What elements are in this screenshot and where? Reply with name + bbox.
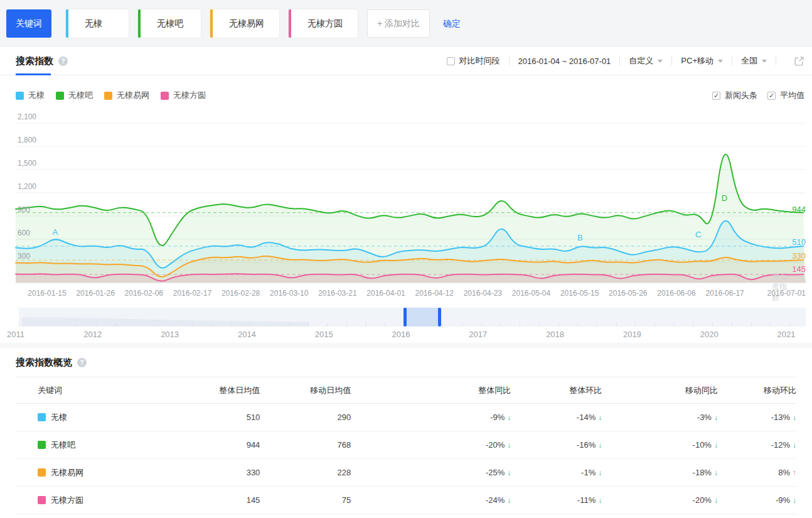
legend-item[interactable]: 无棣易网 xyxy=(104,90,149,101)
overall-avg-cell: 944 xyxy=(204,431,260,459)
legend-swatch xyxy=(16,92,24,100)
device-dropdown[interactable]: PC+移动 xyxy=(681,55,723,67)
keyword-color-bar xyxy=(289,9,291,38)
table-row[interactable]: 无棣510290-9%↓-14%↓-3%↓-13%↓ xyxy=(16,404,796,431)
table-row[interactable]: 无棣方圆14575-24%↓-11%↓-20%↓-9%↓ xyxy=(16,487,796,514)
timeline-year-label: 2016 xyxy=(392,326,410,343)
chevron-down-icon xyxy=(718,60,723,63)
x-axis-label: 2016-03-21 xyxy=(318,286,356,301)
delta-value: -18% xyxy=(693,468,712,477)
compare-period-toggle[interactable]: 对比时间段 xyxy=(447,55,500,67)
x-axis-label: 2016-04-23 xyxy=(464,286,502,301)
divider xyxy=(509,57,510,65)
help-icon[interactable] xyxy=(58,57,68,66)
table-header-row: 关键词整体日均值移动日均值整体同比整体环比移动同比移动环比 xyxy=(16,377,796,404)
mobile-avg-cell: 768 xyxy=(260,431,351,459)
arrow-down-icon: ↓ xyxy=(714,413,718,422)
keyword-name: 无棣方圆 xyxy=(51,495,83,506)
help-icon[interactable] xyxy=(77,358,87,367)
divider xyxy=(776,57,776,65)
keyword-swatch xyxy=(38,441,46,449)
tab-search-index[interactable]: 搜索指数 xyxy=(16,55,68,67)
date-range-picker[interactable]: 2016-01-04 ~ 2016-07-01 xyxy=(518,57,611,66)
keyword-card-label: 无棣易网 xyxy=(229,18,264,30)
delta-value: -20% xyxy=(486,440,505,450)
table-row[interactable]: 无棣易网330228-25%↓-1%↓-18%↓8%↑ xyxy=(16,459,796,487)
toggle-label: 新闻头条 xyxy=(725,90,757,101)
x-axis-label: 2016-05-26 xyxy=(609,286,647,301)
keyword-card[interactable]: 无棣 xyxy=(66,9,129,38)
timeline-slider[interactable] xyxy=(19,308,806,326)
overlay-toggle[interactable]: 平均值 xyxy=(767,90,804,101)
news-marker-A[interactable]: A xyxy=(52,227,58,236)
legend-swatch xyxy=(56,92,64,100)
arrow-down-icon: ↓ xyxy=(598,441,602,450)
y-axis-label: 600 xyxy=(18,229,30,237)
add-compare-button[interactable]: + 添加对比 xyxy=(367,9,430,38)
timeline-end-handle[interactable] xyxy=(438,308,441,326)
arrow-down-icon: ↓ xyxy=(714,496,718,505)
news-marker-D[interactable]: D xyxy=(722,193,727,203)
toggle-checkbox[interactable] xyxy=(712,92,720,100)
date-range-value: 2016-01-04 ~ 2016-07-01 xyxy=(518,57,611,66)
active-tab-indicator xyxy=(16,73,51,75)
delta-value: -20% xyxy=(693,495,712,505)
timeline-year-label: 2017 xyxy=(469,326,487,343)
timeline-year-label: 2021 xyxy=(777,326,796,343)
mobile-mom-cell: -13%↓ xyxy=(718,404,796,431)
keyword-swatch xyxy=(38,496,46,504)
x-axis-label: 2016-04-12 xyxy=(415,286,453,301)
chevron-down-icon xyxy=(762,60,767,63)
timeline-year-label: 2019 xyxy=(623,326,641,343)
legend-swatch xyxy=(161,92,169,100)
keyword: 无棣方圆 xyxy=(38,495,204,506)
overlay-toggle[interactable]: 新闻头条 xyxy=(712,90,757,101)
keyword-color-bar xyxy=(66,9,68,38)
news-marker-B[interactable]: B xyxy=(577,232,583,242)
legend-item[interactable]: 无棣方圆 xyxy=(161,90,206,101)
legend-item[interactable]: 无棣 xyxy=(16,90,45,101)
delta-value: -10% xyxy=(693,440,712,450)
column-header: 移动同比 xyxy=(602,377,718,404)
legend-row: 无棣无棣吧无棣易网无棣方圆 新闻头条平均值 xyxy=(0,90,812,100)
x-axis-label: 2016-01-26 xyxy=(76,286,114,301)
timeline-start-handle[interactable] xyxy=(403,308,407,326)
timeline-selected-range[interactable] xyxy=(405,308,439,326)
mobile-yoy-cell: -20%↓ xyxy=(602,487,718,514)
overall-yoy-cell: -25%↓ xyxy=(351,459,511,487)
keyword-card[interactable]: 无棣方圆 xyxy=(289,9,358,38)
x-axis-label: 2016-05-04 xyxy=(512,286,550,301)
arrow-down-icon: ↓ xyxy=(793,413,796,422)
keyword-toolbar: 关键词 无棣无棣吧无棣易网无棣方圆 + 添加对比 确定 xyxy=(0,0,812,47)
overall-avg-cell: 330 xyxy=(204,459,260,487)
toggle-checkbox[interactable] xyxy=(767,92,776,100)
x-axis-label: 2016-04-01 xyxy=(366,286,405,301)
table-row[interactable]: 无棣吧944768-20%↓-16%↓-10%↓-12%↓ xyxy=(16,431,796,459)
column-header: 整体同比 xyxy=(351,377,511,404)
mobile-mom-cell: 8%↑ xyxy=(718,459,796,487)
search-index-chart[interactable]: 3006009001,2001,5001,8002,10051094433014… xyxy=(0,113,812,286)
legend-item[interactable]: 无棣吧 xyxy=(56,90,93,101)
device-label: PC+移动 xyxy=(681,55,713,67)
keyword-color-bar xyxy=(138,9,141,38)
news-marker-C[interactable]: C xyxy=(695,230,701,239)
timeline-years: 2011201220132014201520162017201820192020… xyxy=(0,326,812,343)
arrow-down-icon: ↓ xyxy=(714,468,718,477)
arrow-down-icon: ↓ xyxy=(714,441,718,450)
column-header: 整体环比 xyxy=(511,377,602,404)
confirm-button[interactable]: 确定 xyxy=(443,18,461,30)
legend-label: 无棣 xyxy=(28,90,45,101)
legend-label: 无棣方圆 xyxy=(173,90,206,101)
compare-period-checkbox[interactable] xyxy=(447,57,455,65)
legend-label: 无棣易网 xyxy=(117,90,149,101)
custom-range-dropdown[interactable]: 自定义 xyxy=(629,55,663,67)
x-axis-label: 2016-05-15 xyxy=(560,286,599,301)
region-dropdown[interactable]: 全国 xyxy=(741,55,767,67)
keyword-card[interactable]: 无棣吧 xyxy=(138,9,201,38)
page-title: 搜索指数 xyxy=(16,55,53,67)
keyword-cell: 无棣吧 xyxy=(16,431,204,459)
keyword-button[interactable]: 关键词 xyxy=(6,9,51,38)
keyword-card[interactable]: 无棣易网 xyxy=(210,9,279,38)
delta-value: -16% xyxy=(577,440,596,450)
open-in-new-icon[interactable] xyxy=(794,56,804,67)
